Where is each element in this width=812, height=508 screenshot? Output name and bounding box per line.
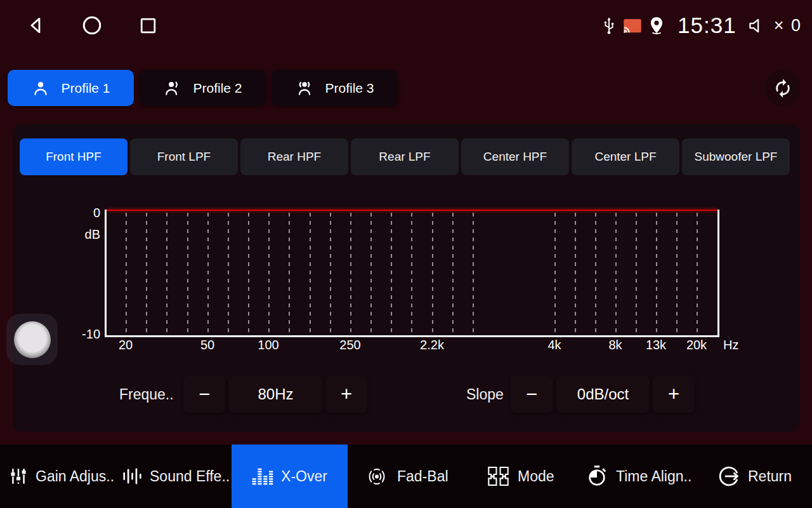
slope-value: 0dB/oct — [556, 376, 650, 413]
clock: 15:31 — [678, 13, 737, 38]
waveform-bars-icon — [122, 467, 142, 486]
tab-rear-hpf[interactable]: Rear HPF — [240, 138, 348, 175]
gridline — [554, 213, 556, 333]
nav-return[interactable]: Return — [717, 444, 792, 508]
person-broadcast-icon — [295, 79, 314, 98]
x-tick-label: 250 — [339, 338, 360, 352]
nav-sound-effects[interactable]: Sound Effe.. — [122, 444, 230, 508]
mixer-sliders-icon — [9, 467, 28, 486]
gridline — [636, 213, 637, 333]
refresh-button[interactable] — [764, 70, 801, 106]
home-button[interactable] — [80, 13, 104, 37]
slope-plus-button[interactable]: + — [653, 376, 695, 413]
x-tick-label: 2.2k — [420, 338, 444, 352]
gridline — [289, 213, 290, 333]
frequency-label: Freque.. — [119, 376, 174, 413]
x-axis-labels: 20501002502.2k4k8k13k20k — [107, 338, 717, 354]
frequency-plus-button[interactable]: + — [325, 376, 367, 413]
gridline — [310, 213, 311, 333]
gridline — [207, 213, 209, 333]
y-axis-unit: dB — [71, 227, 100, 242]
x-tick-label: 8k — [608, 338, 622, 352]
android-nav-buttons — [24, 13, 160, 37]
nav-label: Return — [748, 468, 792, 485]
gridline — [228, 213, 229, 333]
profile-3-button[interactable]: Profile 3 — [272, 70, 398, 106]
gridline — [248, 213, 249, 333]
slope-minus-button[interactable]: − — [511, 376, 553, 413]
x-tick-label: 100 — [258, 338, 278, 352]
gridline — [615, 213, 617, 333]
nav-x-over[interactable]: X-Over — [232, 444, 348, 508]
gridline — [676, 213, 678, 333]
profile-label: Profile 1 — [61, 81, 110, 96]
gridline — [370, 213, 372, 333]
recents-button[interactable] — [136, 13, 160, 37]
profile-label: Profile 3 — [325, 81, 374, 96]
status-bar: 15:31 × 0 — [0, 0, 812, 51]
gridline — [350, 213, 351, 333]
frequency-value: 80Hz — [229, 376, 322, 413]
nav-label: Time Align.. — [616, 468, 691, 485]
equalizer-columns-icon — [252, 467, 273, 486]
nav-label: Gain Adjus.. — [36, 468, 114, 485]
profile-2-button[interactable]: Profile 2 — [140, 70, 266, 106]
back-button[interactable] — [24, 13, 48, 37]
screen: 15:31 × 0 Profile 1 Profile 2 — [0, 0, 812, 508]
speaker-balance-icon — [364, 466, 390, 487]
tab-front-hpf[interactable]: Front HPF — [20, 138, 128, 175]
usb-icon — [601, 16, 617, 35]
tab-rear-lpf[interactable]: Rear LPF — [351, 138, 459, 175]
profile-label: Profile 2 — [193, 81, 242, 96]
home-circle-icon — [81, 14, 103, 37]
nav-time-align[interactable]: Time Align.. — [586, 444, 691, 508]
x-axis-unit: Hz — [723, 338, 738, 352]
gridline — [391, 213, 392, 333]
cast-icon — [623, 18, 642, 34]
recents-square-icon — [138, 15, 159, 36]
person-icon — [31, 79, 50, 98]
tab-center-hpf[interactable]: Center HPF — [461, 138, 569, 175]
frequency-minus-button[interactable]: − — [183, 376, 225, 413]
gridline — [595, 213, 596, 333]
y-tick-minus10: -10 — [71, 327, 100, 342]
tab-center-lpf[interactable]: Center LPF — [572, 138, 679, 175]
speaker-layout-icon — [487, 465, 510, 487]
gridline — [656, 213, 657, 333]
x-tick-label: 20k — [686, 338, 707, 352]
x-tick-label: 13k — [646, 338, 666, 352]
plot-area[interactable] — [105, 210, 719, 337]
gridline — [432, 213, 433, 333]
nav-label: Sound Effe.. — [150, 468, 230, 485]
gridline — [330, 213, 331, 333]
profile-1-button[interactable]: Profile 1 — [8, 70, 134, 106]
assistive-ball-icon — [14, 321, 51, 358]
gridline — [575, 213, 576, 333]
gridline — [126, 213, 127, 333]
gridline — [411, 213, 412, 333]
slope-label: Slope — [466, 376, 504, 413]
nav-fad-bal[interactable]: Fad-Bal — [364, 444, 449, 508]
y-tick-0: 0 — [71, 206, 100, 220]
back-triangle-icon — [25, 15, 47, 36]
sync-icon — [773, 78, 793, 98]
floating-assistive-ball[interactable] — [6, 314, 58, 365]
nav-mode[interactable]: Mode — [487, 444, 554, 508]
gridline — [166, 213, 167, 333]
tab-front-lpf[interactable]: Front LPF — [130, 138, 238, 175]
crossover-panel: Front HPF Front LPF Rear HPF Rear LPF Ce… — [13, 124, 799, 432]
x-tick-label: 20 — [119, 338, 133, 352]
x-tick-label: 50 — [200, 338, 214, 352]
x-tick-label: 4k — [547, 338, 561, 352]
status-icons: 15:31 × 0 — [601, 13, 802, 38]
nav-label: Fad-Bal — [397, 468, 449, 485]
gridline — [268, 213, 270, 333]
gridline — [146, 213, 147, 333]
nav-gain-adjust[interactable]: Gain Adjus.. — [9, 444, 114, 508]
volume-level: × 0 — [774, 16, 802, 36]
gridline — [187, 213, 188, 333]
gridline — [473, 213, 474, 333]
return-arrow-icon — [717, 465, 740, 488]
tab-subwoofer-lpf[interactable]: Subwoofer LPF — [682, 138, 790, 175]
filter-tabs: Front HPF Front LPF Rear HPF Rear LPF Ce… — [20, 138, 790, 175]
